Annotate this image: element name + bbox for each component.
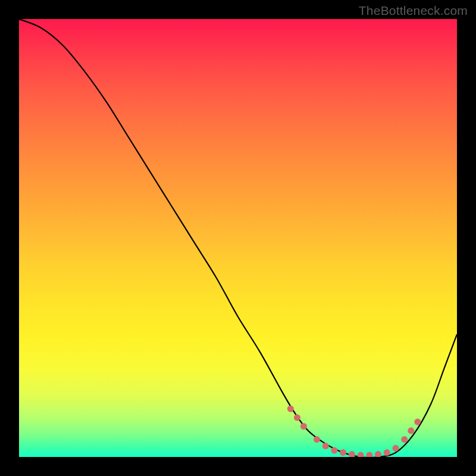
chart-marker	[366, 452, 372, 457]
chart-curve	[19, 19, 457, 457]
watermark-text: TheBottleneck.com	[359, 4, 468, 18]
chart-plot-area	[19, 19, 457, 457]
chart-marker	[349, 451, 355, 457]
chart-marker	[384, 449, 390, 456]
chart-marker	[393, 445, 399, 452]
chart-marker	[375, 451, 381, 457]
chart-marker	[287, 406, 294, 412]
chart-marker	[300, 423, 307, 430]
chart-svg	[19, 19, 457, 457]
chart-marker	[314, 436, 320, 443]
chart-marker	[331, 447, 337, 454]
chart-marker	[414, 419, 421, 425]
chart-marker	[294, 414, 300, 421]
chart-marker	[358, 452, 364, 457]
chart-marker	[408, 427, 414, 434]
chart-marker	[340, 449, 346, 456]
chart-marker	[401, 436, 408, 443]
chart-marker	[322, 443, 329, 449]
